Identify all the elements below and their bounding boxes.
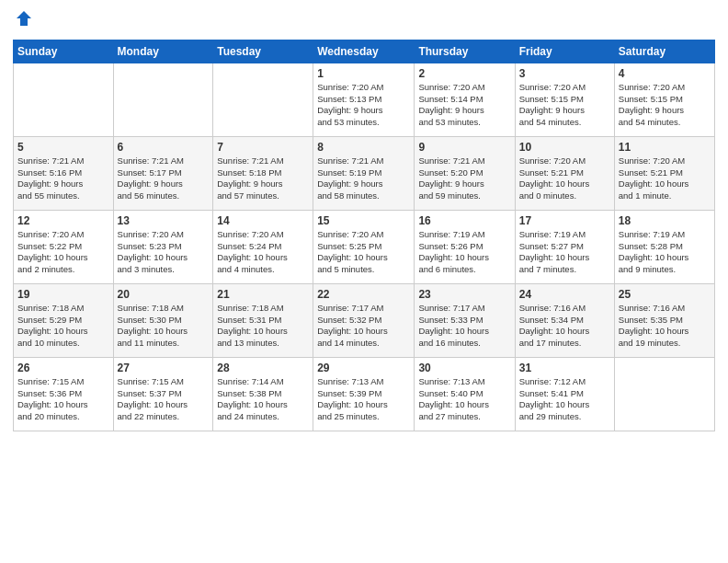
day-number: 22 bbox=[317, 288, 410, 301]
calendar-cell: 17Sunrise: 7:19 AM Sunset: 5:27 PM Dayli… bbox=[515, 210, 614, 283]
day-number: 21 bbox=[217, 288, 309, 301]
calendar-cell: 23Sunrise: 7:17 AM Sunset: 5:33 PM Dayli… bbox=[415, 283, 515, 357]
calendar-cell: 11Sunrise: 7:20 AM Sunset: 5:21 PM Dayli… bbox=[614, 136, 714, 210]
calendar-cell: 16Sunrise: 7:19 AM Sunset: 5:26 PM Dayli… bbox=[415, 210, 515, 283]
day-info: Sunrise: 7:20 AM Sunset: 5:21 PM Dayligh… bbox=[519, 155, 610, 202]
calendar-week-row: 12Sunrise: 7:20 AM Sunset: 5:22 PM Dayli… bbox=[14, 210, 715, 283]
calendar-header-wednesday: Wednesday bbox=[313, 40, 415, 63]
day-info: Sunrise: 7:19 AM Sunset: 5:27 PM Dayligh… bbox=[519, 229, 610, 276]
day-info: Sunrise: 7:21 AM Sunset: 5:16 PM Dayligh… bbox=[17, 155, 109, 202]
day-info: Sunrise: 7:20 AM Sunset: 5:23 PM Dayligh… bbox=[118, 229, 210, 276]
calendar-cell: 12Sunrise: 7:20 AM Sunset: 5:22 PM Dayli… bbox=[14, 210, 114, 283]
calendar-cell: 3Sunrise: 7:20 AM Sunset: 5:15 PM Daylig… bbox=[515, 63, 614, 136]
calendar-cell: 9Sunrise: 7:21 AM Sunset: 5:20 PM Daylig… bbox=[415, 136, 515, 210]
day-info: Sunrise: 7:16 AM Sunset: 5:35 PM Dayligh… bbox=[619, 303, 711, 350]
calendar-cell bbox=[213, 63, 313, 136]
day-info: Sunrise: 7:15 AM Sunset: 5:36 PM Dayligh… bbox=[17, 376, 109, 423]
day-info: Sunrise: 7:18 AM Sunset: 5:31 PM Dayligh… bbox=[217, 303, 309, 350]
day-number: 17 bbox=[519, 214, 610, 227]
day-info: Sunrise: 7:20 AM Sunset: 5:22 PM Dayligh… bbox=[17, 229, 109, 276]
day-number: 26 bbox=[17, 362, 109, 374]
calendar-cell: 19Sunrise: 7:18 AM Sunset: 5:29 PM Dayli… bbox=[14, 283, 114, 357]
day-number: 9 bbox=[418, 141, 510, 154]
calendar-cell: 1Sunrise: 7:20 AM Sunset: 5:13 PM Daylig… bbox=[313, 63, 415, 136]
day-info: Sunrise: 7:20 AM Sunset: 5:15 PM Dayligh… bbox=[519, 82, 610, 129]
day-number: 30 bbox=[418, 362, 510, 374]
calendar-cell: 31Sunrise: 7:12 AM Sunset: 5:41 PM Dayli… bbox=[515, 357, 614, 431]
day-info: Sunrise: 7:17 AM Sunset: 5:32 PM Dayligh… bbox=[317, 303, 410, 350]
calendar-cell: 25Sunrise: 7:16 AM Sunset: 5:35 PM Dayli… bbox=[614, 283, 714, 357]
calendar-cell: 28Sunrise: 7:14 AM Sunset: 5:38 PM Dayli… bbox=[213, 357, 313, 431]
calendar-header-tuesday: Tuesday bbox=[213, 40, 313, 63]
day-number: 12 bbox=[17, 214, 109, 227]
calendar-cell: 24Sunrise: 7:16 AM Sunset: 5:34 PM Dayli… bbox=[515, 283, 614, 357]
calendar-cell: 8Sunrise: 7:21 AM Sunset: 5:19 PM Daylig… bbox=[313, 136, 415, 210]
calendar-header-row: SundayMondayTuesdayWednesdayThursdayFrid… bbox=[14, 40, 715, 63]
calendar-cell bbox=[14, 63, 114, 136]
day-info: Sunrise: 7:20 AM Sunset: 5:13 PM Dayligh… bbox=[317, 82, 410, 129]
calendar-cell: 18Sunrise: 7:19 AM Sunset: 5:28 PM Dayli… bbox=[614, 210, 714, 283]
day-info: Sunrise: 7:21 AM Sunset: 5:18 PM Dayligh… bbox=[217, 155, 309, 202]
page-container: SundayMondayTuesdayWednesdayThursdayFrid… bbox=[0, 0, 728, 563]
calendar-cell: 6Sunrise: 7:21 AM Sunset: 5:17 PM Daylig… bbox=[113, 136, 213, 210]
calendar-cell: 7Sunrise: 7:21 AM Sunset: 5:18 PM Daylig… bbox=[213, 136, 313, 210]
calendar-cell: 20Sunrise: 7:18 AM Sunset: 5:30 PM Dayli… bbox=[113, 283, 213, 357]
calendar-table: SundayMondayTuesdayWednesdayThursdayFrid… bbox=[13, 40, 715, 431]
day-info: Sunrise: 7:13 AM Sunset: 5:39 PM Dayligh… bbox=[317, 376, 410, 423]
day-info: Sunrise: 7:13 AM Sunset: 5:40 PM Dayligh… bbox=[418, 376, 510, 423]
day-number: 5 bbox=[17, 141, 109, 154]
day-info: Sunrise: 7:21 AM Sunset: 5:19 PM Dayligh… bbox=[317, 155, 410, 202]
calendar-week-row: 26Sunrise: 7:15 AM Sunset: 5:36 PM Dayli… bbox=[14, 357, 715, 431]
calendar-cell: 2Sunrise: 7:20 AM Sunset: 5:14 PM Daylig… bbox=[415, 63, 515, 136]
calendar-cell: 13Sunrise: 7:20 AM Sunset: 5:23 PM Dayli… bbox=[113, 210, 213, 283]
day-info: Sunrise: 7:12 AM Sunset: 5:41 PM Dayligh… bbox=[519, 376, 610, 423]
day-info: Sunrise: 7:20 AM Sunset: 5:24 PM Dayligh… bbox=[217, 229, 309, 276]
calendar-header-sunday: Sunday bbox=[14, 40, 114, 63]
day-number: 10 bbox=[519, 141, 610, 154]
day-number: 18 bbox=[619, 214, 711, 227]
day-info: Sunrise: 7:18 AM Sunset: 5:30 PM Dayligh… bbox=[118, 303, 210, 350]
calendar-header-saturday: Saturday bbox=[614, 40, 714, 63]
calendar-cell: 30Sunrise: 7:13 AM Sunset: 5:40 PM Dayli… bbox=[415, 357, 515, 431]
calendar-cell: 22Sunrise: 7:17 AM Sunset: 5:32 PM Dayli… bbox=[313, 283, 415, 357]
day-info: Sunrise: 7:15 AM Sunset: 5:37 PM Dayligh… bbox=[118, 376, 210, 423]
logo bbox=[13, 9, 33, 32]
day-number: 2 bbox=[418, 67, 510, 80]
day-number: 1 bbox=[317, 67, 410, 80]
day-info: Sunrise: 7:20 AM Sunset: 5:25 PM Dayligh… bbox=[317, 229, 410, 276]
calendar-header-thursday: Thursday bbox=[415, 40, 515, 63]
day-info: Sunrise: 7:20 AM Sunset: 5:14 PM Dayligh… bbox=[418, 82, 510, 129]
calendar-cell: 4Sunrise: 7:20 AM Sunset: 5:15 PM Daylig… bbox=[614, 63, 714, 136]
day-info: Sunrise: 7:18 AM Sunset: 5:29 PM Dayligh… bbox=[17, 303, 109, 350]
day-number: 19 bbox=[17, 288, 109, 301]
day-number: 4 bbox=[619, 67, 711, 80]
day-info: Sunrise: 7:19 AM Sunset: 5:28 PM Dayligh… bbox=[619, 229, 711, 276]
day-number: 8 bbox=[317, 141, 410, 154]
day-number: 14 bbox=[217, 214, 309, 227]
calendar-cell bbox=[113, 63, 213, 136]
calendar-cell: 26Sunrise: 7:15 AM Sunset: 5:36 PM Dayli… bbox=[14, 357, 114, 431]
day-info: Sunrise: 7:21 AM Sunset: 5:20 PM Dayligh… bbox=[418, 155, 510, 202]
svg-marker-0 bbox=[17, 11, 31, 26]
calendar-header-monday: Monday bbox=[113, 40, 213, 63]
day-number: 3 bbox=[519, 67, 610, 80]
day-number: 11 bbox=[619, 141, 711, 154]
calendar-week-row: 19Sunrise: 7:18 AM Sunset: 5:29 PM Dayli… bbox=[14, 283, 715, 357]
day-number: 15 bbox=[317, 214, 410, 227]
day-number: 25 bbox=[619, 288, 711, 301]
day-number: 28 bbox=[217, 362, 309, 374]
calendar-cell: 27Sunrise: 7:15 AM Sunset: 5:37 PM Dayli… bbox=[113, 357, 213, 431]
calendar-week-row: 5Sunrise: 7:21 AM Sunset: 5:16 PM Daylig… bbox=[14, 136, 715, 210]
day-number: 23 bbox=[418, 288, 510, 301]
calendar-cell: 10Sunrise: 7:20 AM Sunset: 5:21 PM Dayli… bbox=[515, 136, 614, 210]
day-number: 16 bbox=[418, 214, 510, 227]
logo-icon bbox=[15, 9, 33, 28]
day-info: Sunrise: 7:20 AM Sunset: 5:15 PM Dayligh… bbox=[619, 82, 711, 129]
calendar-cell bbox=[614, 357, 714, 431]
day-info: Sunrise: 7:21 AM Sunset: 5:17 PM Dayligh… bbox=[118, 155, 210, 202]
day-info: Sunrise: 7:16 AM Sunset: 5:34 PM Dayligh… bbox=[519, 303, 610, 350]
day-number: 7 bbox=[217, 141, 309, 154]
day-info: Sunrise: 7:19 AM Sunset: 5:26 PM Dayligh… bbox=[418, 229, 510, 276]
day-info: Sunrise: 7:20 AM Sunset: 5:21 PM Dayligh… bbox=[619, 155, 711, 202]
calendar-week-row: 1Sunrise: 7:20 AM Sunset: 5:13 PM Daylig… bbox=[14, 63, 715, 136]
